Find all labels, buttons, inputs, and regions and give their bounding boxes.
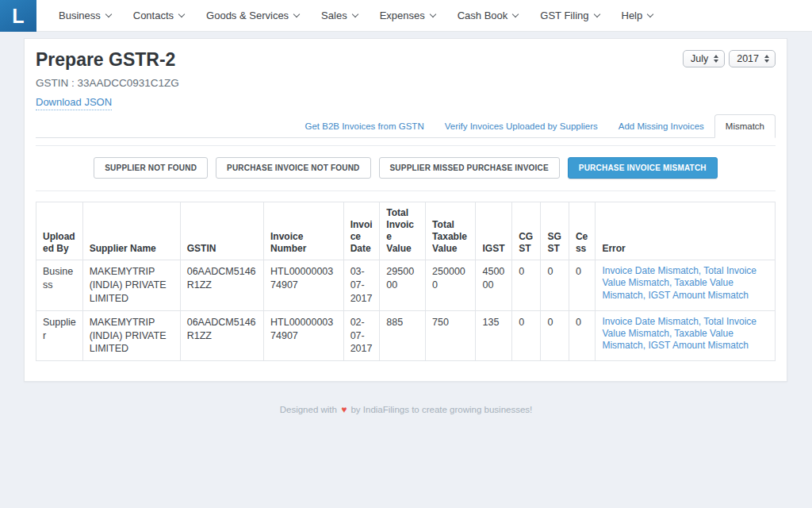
cell-cess: 0 [569,260,596,311]
nav-item-cash-book[interactable]: Cash Book [446,0,530,32]
period-selectors: July 2017 [683,50,776,67]
nav-item-label: GST Filing [540,10,588,21]
footer-text-before: Designed with [280,405,337,414]
cell-error[interactable]: Invoice Date Mismatch, Total Invoice Val… [596,260,776,311]
title-block: Prepare GSTR-2 GSTIN : 33AADCC0931C1ZG D… [36,48,179,113]
cell-invoice-date: 02-07-2017 [343,310,380,361]
column-header-sgst: SGST [541,202,569,260]
column-header-total-taxable-value: Total Taxable Value [426,202,476,260]
cell-uploaded-by: Supplier [36,310,83,361]
cell-invoice-number: HTL0000000374907 [264,260,344,311]
nav-item-label: Goods & Services [206,10,289,21]
cell-supplier-name: MAKEMYTRIP (INDIA) PRIVATE LIMITED [82,260,180,311]
table-row: BusinessMAKEMYTRIP (INDIA) PRIVATE LIMIT… [36,260,776,311]
chevron-down-icon [351,10,358,17]
nav-menu: Business Contacts Goods & Services Sales… [36,0,664,31]
nav-item-label: Expenses [380,10,425,21]
chevron-down-icon [178,10,185,17]
nav-item-label: Sales [321,10,347,21]
top-navigation: L Business Contacts Goods & Services Sal… [0,0,812,32]
column-header-invoice-date: Invoice Date [343,202,380,260]
column-header-igst: IGST [476,202,512,260]
cell-igst: 135 [476,310,512,361]
tab-add-missing-invoices[interactable]: Add Missing Invoices [608,115,714,137]
column-header-total-invoice-value: Total Invoice Value [380,202,426,260]
nav-item-expenses[interactable]: Expenses [369,0,446,32]
table-header-row: Uploaded BySupplier NameGSTINInvoice Num… [36,202,776,260]
cell-cess: 0 [569,310,596,361]
cell-invoice-date: 03-07-2017 [343,260,380,311]
tab-verify-invoices-uploaded-by-suppliers[interactable]: Verify Invoices Uploaded by Suppliers [435,115,608,137]
nav-item-label: Business [59,10,101,21]
nav-item-label: Contacts [133,10,174,21]
filter-button-supplier-missed-purchase-invoice[interactable]: SUPPLIER MISSED PURCHASE INVOICE [379,157,560,179]
cell-cgst: 0 [512,260,541,311]
divider [36,190,776,191]
gstin-label: GSTIN : 33AADCC0931C1ZG [36,76,179,90]
footer: Designed with ♥ by IndiaFilings to creat… [0,404,812,415]
table-row: SupplierMAKEMYTRIP (INDIA) PRIVATE LIMIT… [36,310,776,361]
chevron-down-icon [293,10,300,17]
nav-item-gst-filing[interactable]: GST Filing [529,0,610,32]
month-select[interactable]: July [683,50,725,67]
cell-total-invoice-value: 2950000 [380,260,426,311]
heart-icon: ♥ [339,404,348,415]
download-json-link[interactable]: Download JSON [36,95,112,110]
nav-item-business[interactable]: Business [48,0,122,32]
month-select-value: July [691,53,708,64]
filter-button-supplier-not-found[interactable]: SUPPLIER NOT FOUND [94,157,208,179]
mismatch-table: Uploaded BySupplier NameGSTINInvoice Num… [36,202,776,361]
cell-total-taxable-value: 750 [426,310,476,361]
nav-item-contacts[interactable]: Contacts [122,0,195,32]
tab-mismatch[interactable]: Mismatch [714,114,776,138]
content-card: Prepare GSTR-2 GSTIN : 33AADCC0931C1ZG D… [24,38,787,382]
column-header-invoice-number: Invoice Number [264,202,344,260]
cell-invoice-number: HTL0000000374907 [264,310,344,361]
cell-gstin: 06AADCM5146R1ZZ [180,260,263,311]
nav-item-label: Cash Book [458,10,508,21]
chevron-down-icon [647,10,653,17]
nav-item-sales[interactable]: Sales [310,0,369,32]
tab-bar: Get B2B Invoices from GSTNVerify Invoice… [36,114,776,138]
cell-gstin: 06AADCM5146R1ZZ [180,310,263,361]
cell-uploaded-by: Business [36,260,83,311]
chevron-down-icon [512,10,519,17]
tab-get-b2b-invoices-from-gstn[interactable]: Get B2B Invoices from GSTN [295,115,435,137]
card-header: Prepare GSTR-2 GSTIN : 33AADCC0931C1ZG D… [36,48,776,113]
select-stepper-icon [764,55,769,63]
chevron-down-icon [593,10,599,17]
filter-button-row: SUPPLIER NOT FOUNDPURCHASE INVOICE NOT F… [36,157,776,179]
page-title: Prepare GSTR-2 [36,48,179,71]
table-body: BusinessMAKEMYTRIP (INDIA) PRIVATE LIMIT… [36,260,776,361]
nav-item-help[interactable]: Help [611,0,665,32]
cell-total-invoice-value: 885 [380,310,426,361]
chevron-down-icon [429,10,435,17]
column-header-supplier-name: Supplier Name [82,202,180,260]
cell-error[interactable]: Invoice Date Mismatch, Total Invoice Val… [596,310,776,361]
column-header-cess: Cess [569,202,596,260]
select-stepper-icon [714,55,718,63]
app-logo[interactable]: L [0,0,36,32]
cell-cgst: 0 [512,310,541,361]
nav-item-goods-services[interactable]: Goods & Services [195,0,310,32]
cell-sgst: 0 [541,310,569,361]
column-header-uploaded-by: Uploaded By [36,202,83,260]
year-select[interactable]: 2017 [729,50,776,67]
cell-igst: 450000 [476,260,512,311]
footer-text-after: by IndiaFilings to create growing busine… [350,405,532,414]
nav-item-label: Help [622,10,643,21]
tab-content-panel: SUPPLIER NOT FOUNDPURCHASE INVOICE NOT F… [36,145,776,361]
column-header-error: Error [596,202,776,260]
column-header-cgst: CGST [512,202,541,260]
chevron-down-icon [105,10,112,17]
column-header-gstin: GSTIN [180,202,263,260]
cell-supplier-name: MAKEMYTRIP (INDIA) PRIVATE LIMITED [82,310,180,361]
cell-total-taxable-value: 2500000 [426,260,476,311]
filter-button-purchase-invoice-mismatch[interactable]: PURCHASE INVOICE MISMATCH [568,157,718,179]
cell-sgst: 0 [541,260,569,311]
year-select-value: 2017 [737,53,759,64]
filter-button-purchase-invoice-not-found[interactable]: PURCHASE INVOICE NOT FOUND [216,157,370,179]
